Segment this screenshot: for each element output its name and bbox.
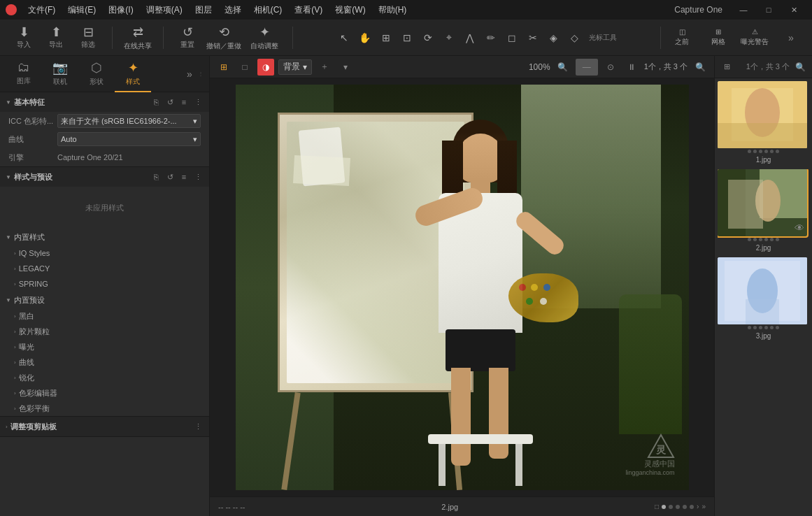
menu-window[interactable]: 视窗(W) [329,3,371,17]
canvas-search-button[interactable]: 🔍 [692,59,708,76]
style-group-legacy[interactable]: › LEGACY [0,261,209,276]
zoom-fit-button[interactable]: 🔍 [555,59,571,76]
preset-curve[interactable]: › 曲线 [0,354,209,370]
copy-action-btn[interactable]: ⎘ [150,96,162,108]
menu-action-btn[interactable]: ⋮ [192,96,204,108]
panel-drag-handle[interactable]: ⋮ [198,56,204,92]
gradient-tool[interactable]: ⋀ [460,28,480,48]
straighten-tool[interactable]: ⊡ [397,28,417,48]
nav-dot-2[interactable] [669,505,673,509]
menu-image[interactable]: 图像(I) [103,3,138,17]
style-group-iq[interactable]: › IQ Styles [0,245,209,261]
nav-dot-5[interactable] [690,505,694,509]
minimize-button[interactable]: — [731,0,756,20]
pause-button[interactable]: ⏸ [623,59,640,76]
view-single-button[interactable]: □ [236,59,253,76]
add-button[interactable]: ＋ [316,59,333,76]
legacy-label: LEGACY [19,264,50,273]
focus-button[interactable]: ⊙ [602,59,619,76]
view-grid-button[interactable]: ⊞ [215,59,232,76]
menu-camera[interactable]: 相机(C) [248,3,288,17]
menu-edit[interactable]: 编辑(E) [62,3,101,17]
tab-capture[interactable]: 📷 联机 [42,56,78,92]
film-item-1[interactable]: 1.jpg [718,81,809,165]
canvas-nav-end[interactable]: » [701,503,706,510]
preset-exposure[interactable]: › 曝光 [0,339,209,354]
styles-more-btn[interactable]: ≡ [178,171,190,182]
basic-features-header[interactable]: ▼ 基本特征 ⎘ ↺ ≡ ⋮ [0,92,209,112]
before-button[interactable]: ◫ 之前 [667,22,697,53]
style-group-spring[interactable]: › SPRING [0,276,209,292]
tab-library[interactable]: 🗂 图库 [6,56,42,92]
brush-tool[interactable]: ✏ [481,28,501,48]
menu-layers[interactable]: 图层 [190,3,218,17]
undo-button[interactable]: ⟲ 撤销／重做 [204,22,243,53]
preset-color-editor[interactable]: › 色彩编辑器 [0,385,209,401]
film-item-2[interactable]: 👁 2.jpg [718,169,809,253]
eraser-tool[interactable]: ◻ [502,28,522,48]
auto-adjust-button[interactable]: ✦ 自动调整 [245,22,284,53]
close-button[interactable]: ✕ [781,0,806,20]
menu-adjust[interactable]: 调整项(A) [141,3,188,17]
canvas-nav-forward[interactable]: › [697,503,699,510]
nav-dot-3[interactable] [676,505,680,509]
grid-button[interactable]: ⊞ 网格 [703,22,734,53]
crop-tool[interactable]: ⊞ [376,28,396,48]
exposure-warning-button[interactable]: ⚠ 曝光警告 [739,22,770,53]
canvas-more-btn[interactable]: ▾ [337,59,354,76]
inner-styles-header[interactable]: ▼ 内置样式 [0,229,209,245]
inner-presets-header[interactable]: ▼ 内置预设 [0,292,209,308]
share-button[interactable]: ⇄ 在线共享 [118,22,157,53]
tab-styles[interactable]: ✦ 样式 [115,56,151,92]
icc-select[interactable]: 来自于文件 (sRGB IEC61966-2-... ▾ [57,114,201,128]
measure-tool[interactable]: ◈ [544,28,564,48]
preset-color-balance[interactable]: › 色彩平衡 [0,401,209,416]
tab-shapes[interactable]: ⬡ 形状 [78,56,115,92]
curve-select[interactable]: Auto ▾ [57,132,201,146]
preset-bw[interactable]: › 黑白 [0,308,209,324]
background-select[interactable]: 背景 ▾ [278,59,312,75]
menu-file[interactable]: 文件(F) [22,3,61,17]
maximize-button[interactable]: □ [756,0,781,20]
library-icon: 🗂 [17,60,30,75]
share-label: 在线共享 [124,41,152,51]
person-leg-left [451,368,471,466]
filmstrip-grid-btn[interactable]: ⊞ [719,59,734,75]
color-profile-button[interactable]: — [576,59,598,76]
styles-reset-btn[interactable]: ↺ [164,171,176,182]
menu-view[interactable]: 查看(V) [289,3,328,17]
preset-film-grain[interactable]: › 胶片颗粒 [0,324,209,339]
menu-help[interactable]: 帮助(H) [373,3,413,17]
menu-select[interactable]: 选择 [219,3,247,17]
reset-action-btn[interactable]: ↺ [164,96,176,108]
spot-tool[interactable]: ⌖ [439,28,459,48]
nav-dot-4[interactable] [683,505,687,509]
film-label-3: 3.jpg [718,331,809,341]
filter-button[interactable]: ⊟ 筛选 [73,22,104,53]
nav-dot-1[interactable] [662,505,666,509]
color-picker[interactable]: ◇ [565,28,585,48]
clone-tool[interactable]: ✂ [523,28,543,48]
sharpen-chevron: › [14,375,16,381]
more-action-btn[interactable]: ≡ [178,96,190,108]
bw-label: 黑白 [19,311,34,322]
reset-button[interactable]: ↺ 重置 [172,22,203,53]
pan-tool[interactable]: ✋ [355,28,375,48]
more-tools-button[interactable]: » [776,22,806,53]
styles-presets-header[interactable]: ▼ 样式与预设 ⎘ ↺ ≡ ⋮ [0,167,209,187]
preset-sharpen[interactable]: › 锐化 [0,370,209,385]
export-button[interactable]: ⬆ 导出 [41,22,71,53]
plant-bg [619,294,682,434]
adjustment-header[interactable]: › 调整项剪贴板 ⋮ [0,417,209,436]
rotate-tool[interactable]: ⟳ [418,28,438,48]
film-item-3[interactable]: 3.jpg [718,257,809,341]
cursor-tool[interactable]: ↖ [334,28,354,48]
panel-expand-button[interactable]: » [181,66,198,83]
view-compare-button[interactable]: ◑ [257,59,274,76]
styles-copy-btn[interactable]: ⎘ [150,171,162,182]
adjustment-more-btn[interactable]: ⋮ [192,421,204,432]
icc-value-container: 来自于文件 (sRGB IEC61966-2-... ▾ [57,114,201,128]
styles-menu-btn[interactable]: ⋮ [192,171,204,182]
filmstrip-search-btn[interactable]: 🔍 [792,59,808,75]
import-button[interactable]: ⬇ 导入 [8,22,39,53]
